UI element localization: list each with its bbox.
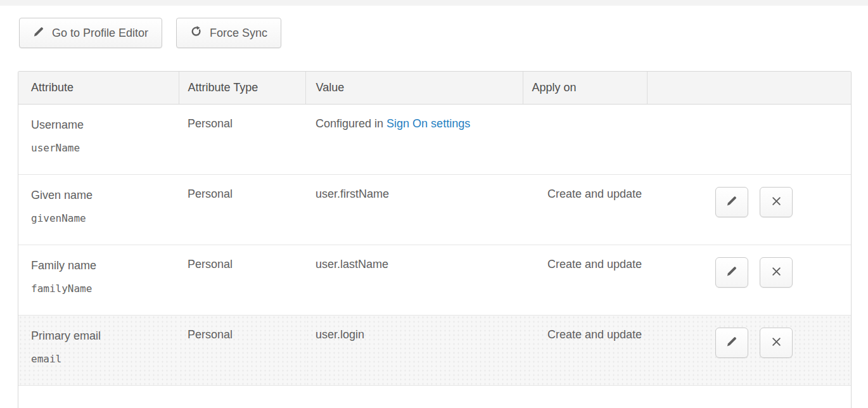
- pencil-icon: [726, 265, 737, 279]
- pencil-icon: [33, 26, 44, 41]
- column-header-value: Value: [305, 72, 523, 104]
- attribute-variable: familyName: [31, 282, 179, 296]
- column-header-attribute: Attribute: [18, 72, 179, 104]
- attribute-label: Username: [31, 117, 179, 132]
- edit-attribute-button[interactable]: [715, 187, 748, 217]
- edit-attribute-button[interactable]: [715, 257, 748, 288]
- sign-on-settings-link[interactable]: Sign On settings: [386, 117, 470, 130]
- column-header-attribute-type: Attribute Type: [179, 72, 305, 104]
- attribute-label: Family name: [31, 258, 179, 273]
- apply-on-value: Create and update: [523, 174, 647, 245]
- table-row-primary-email: Primary email email Personal user.login …: [18, 315, 851, 385]
- pencil-icon: [726, 195, 737, 208]
- attribute-mappings-table: Attribute Attribute Type Value Apply on …: [18, 71, 852, 408]
- table-row-username: Username userName Personal Configured in…: [18, 104, 851, 174]
- delete-attribute-button[interactable]: [760, 187, 793, 217]
- top-section-divider: [0, 0, 868, 6]
- attribute-variable: userName: [31, 141, 179, 155]
- table-row-family-name: Family name familyName Personal user.las…: [18, 245, 851, 315]
- table-row-partial: [18, 385, 851, 408]
- refresh-icon: [190, 25, 202, 41]
- go-to-profile-editor-label: Go to Profile Editor: [52, 27, 148, 40]
- value-text: Configured in: [316, 117, 386, 130]
- attribute-type: Personal: [179, 315, 305, 385]
- pencil-icon: [726, 336, 737, 349]
- delete-attribute-button[interactable]: [760, 328, 793, 358]
- apply-on-value: Create and update: [523, 245, 647, 315]
- force-sync-button[interactable]: Force Sync: [176, 18, 281, 48]
- delete-attribute-button[interactable]: [760, 257, 793, 288]
- column-header-apply-on: Apply on: [523, 72, 647, 104]
- apply-on-value: [523, 104, 647, 174]
- column-header-actions: [647, 72, 851, 104]
- attribute-type: Personal: [179, 174, 305, 245]
- attribute-label: Given name: [31, 188, 179, 203]
- mapping-value: user.lastName: [305, 245, 523, 315]
- attribute-type: Personal: [179, 104, 305, 174]
- attribute-type: Personal: [179, 245, 305, 315]
- mapping-value: user.login: [305, 315, 523, 385]
- x-icon: [771, 196, 782, 208]
- edit-attribute-button[interactable]: [715, 328, 748, 358]
- apply-on-value: Create and update: [523, 315, 647, 385]
- table-row-given-name: Given name givenName Personal user.first…: [18, 174, 851, 245]
- attribute-variable: givenName: [31, 212, 179, 226]
- toolbar: Go to Profile Editor Force Sync: [19, 18, 868, 48]
- force-sync-label: Force Sync: [210, 27, 267, 40]
- attribute-label: Primary email: [31, 328, 179, 343]
- mapping-value: user.firstName: [305, 174, 523, 245]
- x-icon: [771, 266, 782, 279]
- attribute-variable: email: [31, 352, 179, 366]
- go-to-profile-editor-button[interactable]: Go to Profile Editor: [19, 18, 162, 48]
- x-icon: [771, 336, 782, 349]
- table-header-row: Attribute Attribute Type Value Apply on: [18, 72, 851, 104]
